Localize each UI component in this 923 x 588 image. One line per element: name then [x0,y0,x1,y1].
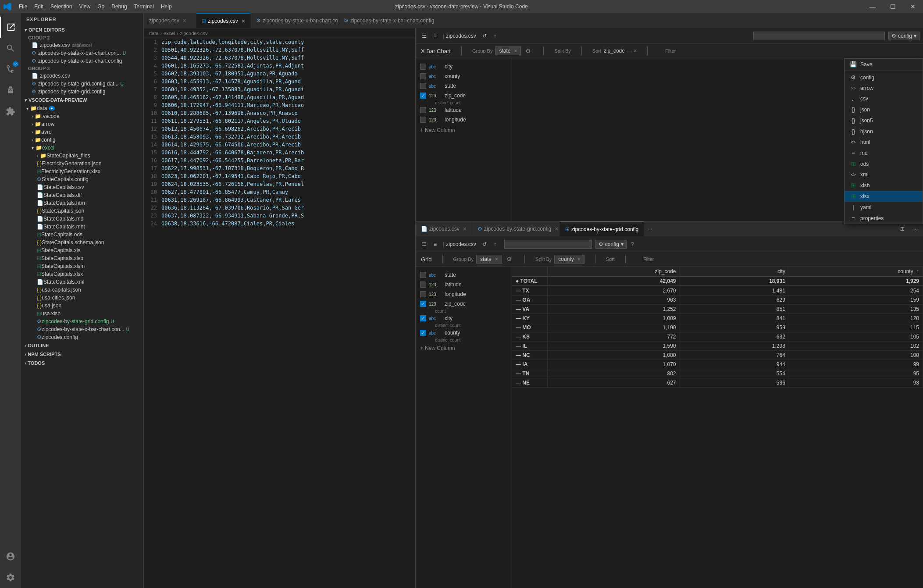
code-editor[interactable]: 1 zip_code,latitude,longitude,city,state… [144,38,415,588]
tree-item-vscode[interactable]: › 📁 .vscode [32,112,143,120]
grid-city-check[interactable]: ✓ [420,315,426,321]
section-vscode-data-preview[interactable]: ▾ VSCODE-DATA-PREVIEW [21,96,143,104]
table-row-nc[interactable]: — NC 1,080 764 100 [512,351,923,360]
dropdown-json5[interactable]: {} json5 [845,115,923,126]
tab-zipcodes-csv-left[interactable]: zipcodes.csv × [144,13,196,28]
table-row-va[interactable]: — VA 1,252 851 135 [512,305,923,314]
tree-item-statecapitals-files[interactable]: › 📁 StateCapitals_files [37,152,143,160]
tree-item-sc-dif[interactable]: 📄 StateCapitals.dif [37,191,143,199]
grid-group-by-remove[interactable]: × [495,256,498,262]
add-column-btn[interactable]: + New Column [419,125,508,136]
grid-county-check[interactable]: ✓ [420,330,426,336]
menu-file[interactable]: File [15,0,31,13]
tree-item-avro[interactable]: › 📁 avro [32,128,143,136]
grid-lat-check[interactable] [420,282,426,288]
dropdown-html[interactable]: <> html [845,137,923,147]
dropdown-xlsx[interactable]: ⊞ xlsx [845,191,923,202]
dropdown-hjson[interactable]: {} hjson [845,126,923,137]
col-item-county[interactable]: abc county [419,71,508,81]
grid-add-column-btn[interactable]: + New Column [419,342,508,354]
grid-list-btn[interactable]: ≡ [431,240,439,248]
tree-item-eg-json[interactable]: { } ElectricityGeneration.json [37,160,143,167]
table-row-ky[interactable]: — KY 1,009 841 120 [512,314,923,323]
grid-lon-check[interactable] [420,291,426,297]
col-item-latitude[interactable]: 123 latitude [419,105,508,115]
tree-item-sc-json[interactable]: { } StateCapitals.json [37,207,143,215]
open-file-bar-chart-config2[interactable]: ⚙ zipcodes-by-state-x-bar-chart.config [25,57,143,65]
grid-col-county[interactable]: ✓ abc county [419,328,508,338]
grid-col-city[interactable]: ✓ abc city [419,314,508,323]
tab-more-button[interactable]: ··· [426,13,438,28]
tree-item-arrow[interactable]: › 📁 arrow [32,120,143,128]
tree-item-sc-ods[interactable]: ⊞ StateCapitals.ods [37,231,143,239]
th-county[interactable]: county ↑ [789,267,923,277]
tab-zipcodes-csv-preview[interactable]: ⊞ zipcodes.csv × [196,13,251,28]
menu-edit[interactable]: Edit [31,0,47,13]
grid-split-by-remove[interactable]: × [577,256,581,262]
grid-question-btn[interactable]: ? [628,240,637,248]
grid-upload-btn[interactable]: ↑ [491,240,499,248]
menu-debug[interactable]: Debug [108,0,130,13]
dropdown-json[interactable]: {} json [845,104,923,115]
tree-item-config[interactable]: › 📁 config [32,136,143,144]
sidebar-scroll[interactable]: ▾ OPEN EDITORS GROUP 2 📄 zipcodes.csv da… [21,25,143,588]
table-row-tn[interactable]: — TN 802 554 95 [512,369,923,378]
tab-close-grid-c[interactable]: × [555,225,558,232]
group-by-settings[interactable]: ⚙ [524,46,533,55]
section-open-editors[interactable]: ▾ OPEN EDITORS [21,25,143,34]
section-npm[interactable]: › NPM SCRIPTS [21,350,143,359]
dropdown-config[interactable]: ⚙ config [845,72,923,83]
th-city[interactable]: city [680,267,789,277]
lat-check[interactable] [420,107,426,113]
grid-menu-btn[interactable]: ☰ [419,240,429,248]
grid-group-settings[interactable]: ⚙ [505,255,514,264]
tab-more-grid[interactable]: ··· [644,221,656,236]
search-input[interactable] [753,32,885,40]
toolbar-menu-btn[interactable]: ☰ [419,32,429,40]
tab-grid-config2[interactable]: ⊞ zipcodes-by-state-grid.config [560,221,644,236]
grid-refresh-btn[interactable]: ↺ [480,240,489,248]
grid-table-container[interactable]: zip_code city county ↑ ● TOTAL 42,049 [512,267,923,588]
maximize-button[interactable]: ☐ [883,0,903,13]
config-dropdown[interactable]: ⚙ config ▾ [888,32,919,40]
tab-grid-zipcodes[interactable]: 📄 zipcodes.csv × [416,221,472,236]
tree-item-usa-capitals[interactable]: { } usa-capitals.json [37,286,143,294]
menu-selection[interactable]: Selection [47,0,75,13]
tree-item-sc-md[interactable]: 📄 StateCapitals.md [37,215,143,223]
grid-col-state[interactable]: abc state [419,270,508,280]
activity-settings[interactable] [0,567,21,588]
toolbar-refresh-btn[interactable]: ↺ [480,32,489,40]
tree-item-sc-config[interactable]: ⚙ StateCapitals.config [37,175,143,183]
tree-item-usa-json[interactable]: { } usa.json [37,302,143,310]
tab-grid-config[interactable]: ⚙ zipcodes-by-state-grid.config × [472,221,560,236]
table-row-ga[interactable]: — GA 963 629 159 [512,296,923,305]
col-item-longitude[interactable]: 123 longitude [419,115,508,125]
tree-item-sc-htm[interactable]: 📄 StateCapitals.htm [37,199,143,207]
activity-accounts[interactable] [0,546,21,567]
menu-help[interactable]: Help [157,0,175,13]
sort-remove[interactable]: — [627,48,632,54]
tree-item-zip-grid-config[interactable]: ⚙ zipcodes-by-state-grid.config U [37,317,143,325]
tree-item-sc-mht[interactable]: 📄 StateCapitals.mht [37,223,143,231]
activity-search[interactable] [0,38,21,59]
tree-item-zip-config[interactable]: ⚙ zipcodes.config [37,333,143,341]
open-file-zipcodes-csv2[interactable]: 📄 zipcodes.csv [25,72,143,80]
menu-terminal[interactable]: Terminal [131,0,157,13]
th-zipcode[interactable]: zip_code [547,267,680,277]
breadcrumb-data[interactable]: data [149,31,158,36]
activity-debug[interactable] [0,80,21,101]
city-check[interactable] [420,64,426,70]
tree-item-sc-xlsm[interactable]: ⊞ StateCapitals.xlsm [37,262,143,270]
toolbar-upload-btn[interactable]: ↑ [491,32,499,40]
dropdown-yaml[interactable]: | yaml [845,202,923,213]
grid-search-input[interactable] [504,240,592,249]
tree-item-sc-schema[interactable]: { } StateCapitals.schema.json [37,239,143,246]
tree-item-sc-xls[interactable]: ⊞ StateCapitals.xls [37,246,143,254]
tree-item-usa-xlsb[interactable]: ⊞ usa.xlsb [37,310,143,317]
dropdown-save[interactable]: 💾 Save [845,59,923,70]
table-row-ne[interactable]: — NE 627 536 93 [512,378,923,388]
open-file-bar-chart-config[interactable]: ⚙ zipcodes-by-state-x-bar-chart.con... U [25,49,143,57]
col-item-city[interactable]: abc city [419,62,508,71]
zipcode-check[interactable]: ✓ [420,93,426,99]
tree-item-usa-cities[interactable]: { } usa-cities.json [37,294,143,302]
